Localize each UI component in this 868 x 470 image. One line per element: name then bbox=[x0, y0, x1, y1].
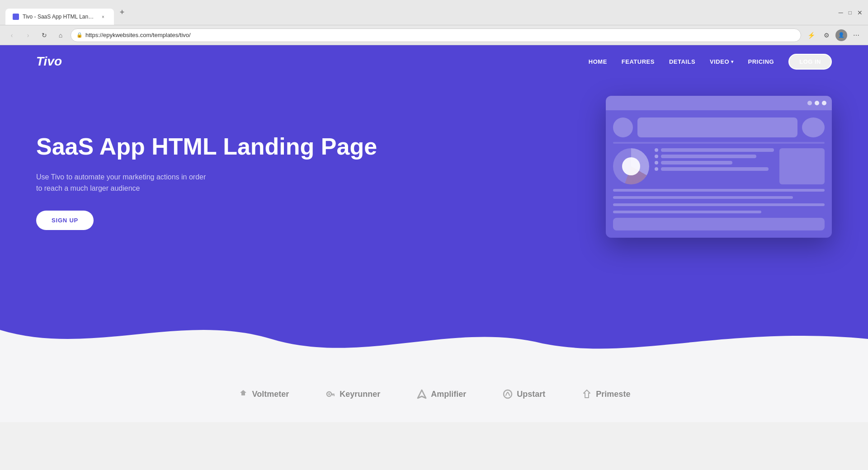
login-button[interactable]: LOG IN bbox=[788, 54, 832, 70]
settings-icon[interactable]: ⚙ bbox=[820, 29, 833, 42]
keyrunner-label: Keyrunner bbox=[340, 390, 380, 399]
svg-rect-2 bbox=[331, 394, 335, 395]
mock-list-item-3 bbox=[655, 161, 774, 164]
primeste-label: Primeste bbox=[596, 390, 630, 399]
keyrunner-icon bbox=[325, 389, 336, 400]
voltmeter-icon bbox=[238, 389, 249, 400]
mock-divider-2 bbox=[613, 189, 825, 192]
mock-list-item-1 bbox=[655, 148, 774, 152]
address-bar[interactable]: 🔒 https://epykwebsites.com/templates/tiv… bbox=[71, 28, 801, 42]
svg-rect-4 bbox=[332, 395, 333, 396]
hero-section: SaaS App HTML Landing Page Use Tivo to a… bbox=[0, 78, 868, 313]
page-content: Tivo HOME FEATURES DETAILS VIDEO ▾ PRICI… bbox=[0, 45, 868, 422]
hero-title: SaaS App HTML Landing Page bbox=[36, 133, 434, 160]
mockup-titlebar bbox=[606, 96, 832, 110]
mock-donut-chart bbox=[613, 148, 649, 184]
amplifier-label: Amplifier bbox=[431, 390, 466, 399]
site-logo: Tivo bbox=[36, 54, 62, 69]
mock-list-bar-3 bbox=[661, 161, 732, 164]
mock-list-item-4 bbox=[655, 167, 774, 171]
mock-divider-3 bbox=[613, 196, 793, 199]
mockup-window bbox=[606, 96, 832, 238]
mock-list-bar-1 bbox=[661, 148, 774, 152]
mockup-row-2 bbox=[613, 148, 825, 184]
mock-donut-inner bbox=[622, 157, 640, 175]
profile-button[interactable]: 👤 bbox=[835, 29, 847, 41]
mock-list-bar-4 bbox=[661, 167, 769, 171]
wave-transition bbox=[0, 312, 868, 366]
site-nav: HOME FEATURES DETAILS VIDEO ▾ PRICING LO… bbox=[589, 54, 832, 70]
mock-image-block bbox=[779, 148, 825, 184]
mock-list-dot-2 bbox=[655, 155, 658, 158]
new-tab-button[interactable]: + bbox=[116, 6, 128, 19]
upstart-label: Upstart bbox=[517, 390, 545, 399]
tab-favicon bbox=[13, 14, 19, 20]
titlebar-dot-2 bbox=[815, 101, 819, 105]
titlebar-dot-1 bbox=[807, 101, 812, 105]
mock-avatar bbox=[613, 118, 633, 137]
mock-circle-small bbox=[802, 118, 825, 137]
nav-details[interactable]: DETAILS bbox=[669, 58, 695, 65]
browser-navigation: ‹ › ↻ ⌂ 🔒 https://epykwebsites.com/templ… bbox=[0, 25, 868, 45]
refresh-button[interactable]: ↻ bbox=[38, 29, 51, 42]
window-close-button[interactable]: ✕ bbox=[857, 9, 863, 16]
browser-tab[interactable]: Tivo - SaaS App HTML Landing × bbox=[5, 9, 114, 25]
back-button[interactable]: ‹ bbox=[5, 29, 18, 42]
home-button[interactable]: ⌂ bbox=[54, 29, 67, 42]
mockup-body bbox=[606, 110, 832, 238]
nav-video[interactable]: VIDEO ▾ bbox=[710, 58, 733, 65]
mock-list bbox=[655, 148, 774, 171]
site-header: Tivo HOME FEATURES DETAILS VIDEO ▾ PRICI… bbox=[0, 45, 868, 78]
signup-button[interactable]: SIGN UP bbox=[36, 211, 94, 230]
primeste-icon bbox=[581, 389, 592, 400]
url-text: https://epykwebsites.com/templates/tivo/ bbox=[85, 32, 795, 38]
hero-subtitle: Use Tivo to automate your marketing acti… bbox=[36, 171, 208, 194]
amplifier-icon bbox=[416, 389, 427, 400]
svg-point-1 bbox=[328, 393, 330, 395]
window-minimize-button[interactable]: ─ bbox=[839, 9, 843, 16]
hero-content: SaaS App HTML Landing Page Use Tivo to a… bbox=[36, 133, 434, 230]
upstart-icon bbox=[502, 389, 513, 400]
svg-rect-3 bbox=[334, 395, 335, 396]
mock-divider-5 bbox=[613, 211, 761, 213]
mock-bottom-bar bbox=[613, 218, 825, 230]
logos-section: Voltmeter Keyrunner Ampli bbox=[0, 366, 868, 422]
mock-list-item-2 bbox=[655, 155, 774, 158]
mock-list-bar-2 bbox=[661, 155, 756, 158]
forward-button[interactable]: › bbox=[22, 29, 34, 42]
chevron-down-icon: ▾ bbox=[731, 59, 734, 64]
mock-list-dot-1 bbox=[655, 148, 658, 152]
mockup-row-1 bbox=[613, 118, 825, 137]
brand-upstart: Upstart bbox=[502, 389, 545, 400]
window-maximize-button[interactable]: □ bbox=[849, 9, 852, 16]
svg-point-5 bbox=[504, 390, 512, 398]
voltmeter-label: Voltmeter bbox=[252, 390, 289, 399]
tab-close-button[interactable]: × bbox=[99, 13, 107, 20]
browser-nav-right: ⚡ ⚙ 👤 ⋯ bbox=[805, 29, 863, 42]
brand-voltmeter: Voltmeter bbox=[238, 389, 289, 400]
titlebar-dot-3 bbox=[822, 101, 826, 105]
browser-tab-bar: Tivo - SaaS App HTML Landing × + ─ □ ✕ bbox=[0, 0, 868, 25]
brand-primeste: Primeste bbox=[581, 389, 630, 400]
mock-bar-title bbox=[637, 118, 797, 137]
mock-list-dot-3 bbox=[655, 161, 658, 164]
brand-amplifier: Amplifier bbox=[416, 389, 466, 400]
mock-divider-4 bbox=[613, 203, 825, 206]
hero-mockup bbox=[606, 96, 832, 238]
mock-divider-1 bbox=[613, 142, 825, 144]
extensions-button[interactable]: ⚡ bbox=[805, 29, 817, 42]
nav-features[interactable]: FEATURES bbox=[622, 58, 655, 65]
nav-pricing[interactable]: PRICING bbox=[748, 58, 774, 65]
mock-list-dot-4 bbox=[655, 167, 658, 171]
menu-button[interactable]: ⋯ bbox=[850, 29, 863, 42]
brand-keyrunner: Keyrunner bbox=[325, 389, 380, 400]
lock-icon: 🔒 bbox=[76, 32, 83, 38]
nav-home[interactable]: HOME bbox=[589, 58, 607, 65]
tab-title: Tivo - SaaS App HTML Landing bbox=[23, 14, 96, 20]
